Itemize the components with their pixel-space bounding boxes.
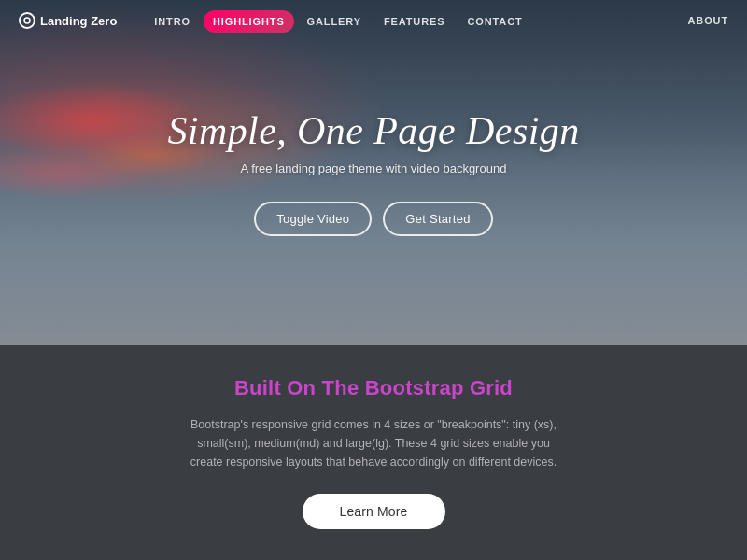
nav-about[interactable]: ABOUT [687, 15, 728, 26]
bottom-title: Built On The Bootstrap Grid [234, 376, 513, 400]
nav-item-features[interactable]: FEATURES [374, 12, 455, 29]
nav-links: INTRO HIGHLIGHTS GALLERY FEATURES CONTAC… [145, 12, 687, 29]
learn-more-button[interactable]: Learn More [303, 494, 445, 529]
navbar: Landing Zero INTRO HIGHLIGHTS GALLERY FE… [0, 0, 747, 41]
logo-icon [19, 12, 35, 29]
nav-item-highlights[interactable]: HIGHLIGHTS [204, 12, 294, 29]
hero-buttons: Toggle Video Get Started [167, 202, 579, 236]
nav-item-intro[interactable]: INTRO [145, 12, 200, 29]
nav-logo[interactable]: Landing Zero [19, 12, 117, 29]
get-started-button[interactable]: Get Started [383, 202, 492, 236]
nav-item-gallery[interactable]: GALLERY [298, 12, 371, 29]
hero-content: Simple, One Page Design A free landing p… [167, 109, 579, 236]
logo-text: Landing Zero [40, 14, 117, 28]
svg-point-0 [24, 18, 30, 23]
bottom-description: Bootstrap's responsive grid comes in 4 s… [187, 415, 560, 471]
nav-item-contact[interactable]: CONTACT [458, 12, 531, 29]
hero-section: Simple, One Page Design A free landing p… [0, 0, 747, 345]
bottom-section: Built On The Bootstrap Grid Bootstrap's … [0, 345, 747, 560]
hero-title: Simple, One Page Design [167, 109, 579, 152]
toggle-video-button[interactable]: Toggle Video [254, 202, 372, 236]
hero-subtitle: A free landing page theme with video bac… [167, 161, 579, 175]
